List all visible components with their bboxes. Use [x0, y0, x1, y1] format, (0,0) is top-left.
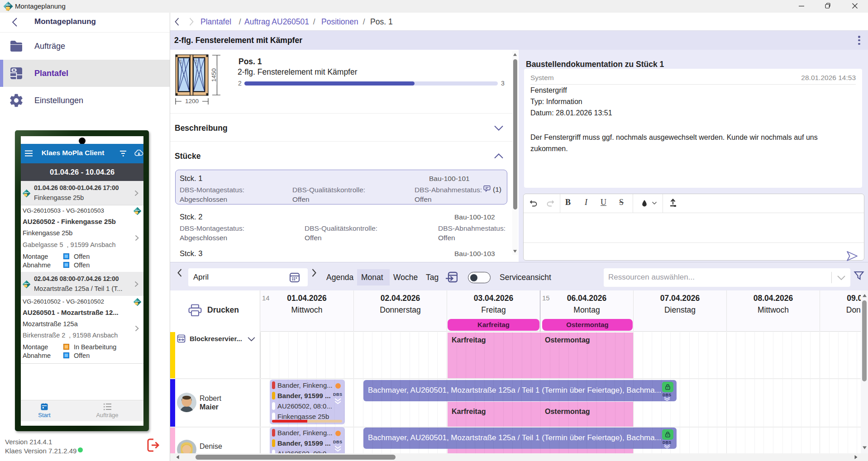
svg-text:2: 2 — [195, 59, 198, 64]
svg-text:1450: 1450 — [210, 68, 217, 82]
svg-text:1200: 1200 — [185, 98, 199, 105]
svg-text:1: 1 — [180, 59, 182, 64]
